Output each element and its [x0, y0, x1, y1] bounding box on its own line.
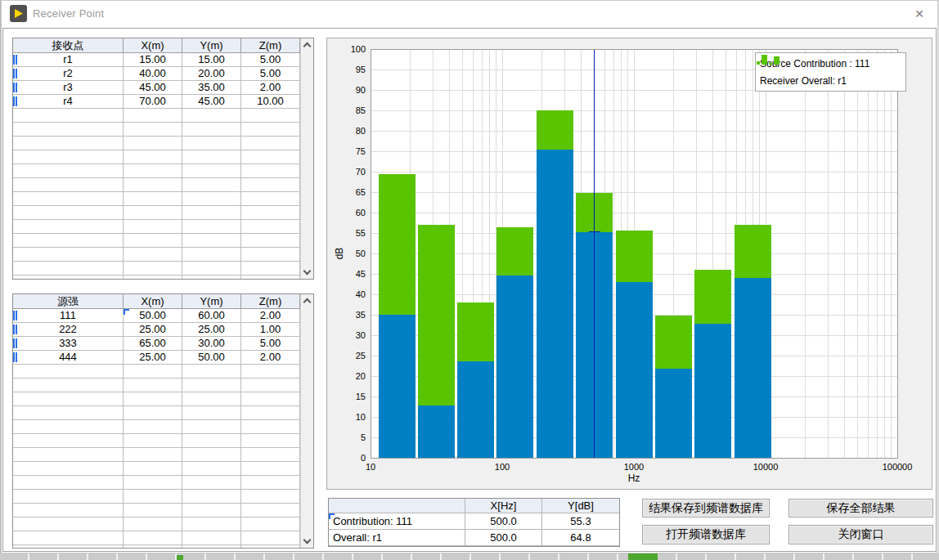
table-row[interactable]: [13, 192, 313, 206]
table-cell[interactable]: [182, 531, 241, 545]
table-cell[interactable]: [241, 392, 300, 406]
table-cell[interactable]: [13, 206, 124, 220]
table-cell[interactable]: [182, 462, 241, 476]
table-cell[interactable]: [182, 420, 241, 434]
table-cell[interactable]: [182, 379, 241, 392]
table-row[interactable]: [13, 504, 313, 517]
table-cell[interactable]: [124, 420, 182, 434]
table-cell[interactable]: 25.00: [182, 323, 241, 337]
table-cell[interactable]: 45.00: [182, 95, 241, 109]
table-cell[interactable]: [13, 123, 124, 137]
table-row[interactable]: [13, 150, 313, 164]
table-cell[interactable]: r1: [13, 53, 124, 67]
table-row[interactable]: [13, 490, 313, 504]
table-cell[interactable]: [124, 220, 182, 234]
table-cell[interactable]: [124, 504, 182, 517]
table-row[interactable]: [13, 406, 313, 420]
table-cell[interactable]: [241, 276, 300, 280]
table-cell[interactable]: [124, 406, 182, 420]
close-window-button[interactable]: 关闭窗口: [788, 525, 933, 544]
table-cell[interactable]: [182, 262, 241, 276]
table-cell[interactable]: [13, 531, 124, 545]
table-cell[interactable]: 5.00: [241, 53, 300, 67]
table-cell[interactable]: 30.00: [182, 337, 241, 351]
table-row[interactable]: [13, 220, 313, 234]
table-row[interactable]: [13, 206, 313, 220]
table-cell[interactable]: r4: [13, 95, 124, 109]
table-cell[interactable]: [124, 192, 182, 206]
table-cell[interactable]: [182, 490, 241, 504]
table-cell[interactable]: [124, 490, 182, 504]
table-cell[interactable]: [241, 123, 300, 137]
table-cell[interactable]: [241, 406, 300, 420]
table-row[interactable]: [13, 262, 313, 276]
table-cell[interactable]: [13, 434, 124, 448]
table-cell[interactable]: 444: [13, 351, 124, 365]
table-cell[interactable]: [124, 434, 182, 448]
table-row[interactable]: [13, 379, 313, 392]
table-cell[interactable]: [124, 365, 182, 379]
table-cell[interactable]: [13, 164, 124, 178]
table-cell[interactable]: [13, 392, 124, 406]
table-cell[interactable]: [13, 262, 124, 276]
table-cell[interactable]: 333: [13, 337, 124, 351]
table-cell[interactable]: 2.00: [241, 81, 300, 95]
table-cell[interactable]: 2.00: [241, 309, 300, 323]
titlebar[interactable]: Receiver Point ×: [2, 1, 937, 28]
table-cell[interactable]: [241, 365, 300, 379]
table-cell[interactable]: 65.00: [124, 337, 182, 351]
table-cell[interactable]: 222: [13, 323, 124, 337]
save-results-to-spectrum-db-button[interactable]: 结果保存到频谱数据库: [642, 499, 770, 517]
table-cell[interactable]: [182, 517, 241, 531]
table-cell[interactable]: [13, 504, 124, 517]
legend-item[interactable]: Receiver Overall: r1: [760, 72, 901, 89]
table-row[interactable]: r115.0015.005.00: [13, 53, 313, 67]
table-cell[interactable]: 25.00: [124, 351, 182, 365]
table-row[interactable]: [13, 448, 313, 462]
table-cell[interactable]: [13, 137, 124, 150]
table-cell[interactable]: [13, 379, 124, 392]
table-cell[interactable]: [13, 248, 124, 262]
table-cell[interactable]: [182, 192, 241, 206]
table-cell[interactable]: [124, 178, 182, 192]
table-row[interactable]: [13, 531, 313, 545]
table-cell[interactable]: [124, 276, 182, 280]
table-cell[interactable]: [241, 164, 300, 178]
table-cell[interactable]: [13, 545, 124, 549]
table-cell[interactable]: r3: [13, 81, 124, 95]
table-row[interactable]: r345.0035.002.00: [13, 81, 313, 95]
table-cell[interactable]: 2.00: [241, 351, 300, 365]
table-cell[interactable]: [124, 123, 182, 137]
table-cell[interactable]: [124, 109, 182, 123]
table-row[interactable]: 11150.0060.002.00: [13, 309, 313, 323]
table-cell[interactable]: [13, 490, 124, 504]
table-cell[interactable]: 10.00: [241, 95, 300, 109]
table-cell[interactable]: 15.00: [182, 53, 241, 67]
scroll-up-icon[interactable]: [303, 43, 312, 51]
table-row[interactable]: [13, 137, 313, 150]
table-cell[interactable]: [241, 220, 300, 234]
open-spectrum-db-button[interactable]: 打开频谱数据库: [642, 525, 770, 544]
table-cell[interactable]: [182, 504, 241, 517]
table-cell[interactable]: 5.00: [241, 337, 300, 351]
close-icon[interactable]: ×: [908, 2, 931, 25]
table-cell[interactable]: [13, 420, 124, 434]
table-cell[interactable]: [13, 109, 124, 123]
chart-legend[interactable]: Source Contribution : 111Receiver Overal…: [755, 52, 906, 92]
table-cell[interactable]: [241, 192, 300, 206]
table-cell[interactable]: [124, 234, 182, 248]
table-row[interactable]: [13, 434, 313, 448]
table-cell[interactable]: [182, 365, 241, 379]
table-row[interactable]: [13, 545, 313, 549]
table-row[interactable]: [13, 123, 313, 137]
table-cell[interactable]: [182, 406, 241, 420]
table-cell[interactable]: [124, 379, 182, 392]
table-cell[interactable]: [124, 262, 182, 276]
table-cell[interactable]: [124, 531, 182, 545]
table-cell[interactable]: [241, 248, 300, 262]
table-cell[interactable]: [241, 476, 300, 490]
table-cell[interactable]: [13, 476, 124, 490]
table-row[interactable]: [13, 109, 313, 123]
table-row[interactable]: 44425.0050.002.00: [13, 351, 313, 365]
table-cell[interactable]: [241, 490, 300, 504]
